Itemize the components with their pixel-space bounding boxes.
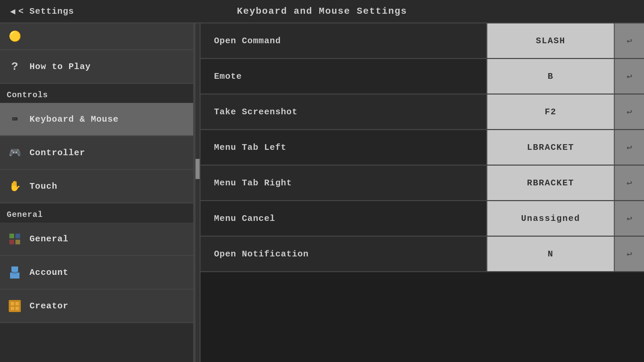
svg-rect-11 bbox=[15, 307, 19, 310]
sidebar-scrollbar[interactable] bbox=[195, 23, 201, 362]
settings-row: Take ScreenshotF2↩ bbox=[201, 95, 644, 130]
setting-label: Menu Cancel bbox=[201, 201, 486, 236]
back-label: < Settings bbox=[18, 6, 74, 16]
setting-value[interactable]: N bbox=[486, 237, 614, 271]
settings-row: Menu Tab RightRBRACKET↩ bbox=[201, 166, 644, 201]
account-icon bbox=[7, 264, 23, 281]
sidebar-scrollbar-thumb bbox=[196, 159, 200, 179]
settings-row: Menu CancelUnassigned↩ bbox=[201, 201, 644, 237]
sidebar-item-general[interactable]: General bbox=[0, 223, 193, 256]
main-layout: 🟡 ? How to Play Controls ⌨️ Keyboard & M… bbox=[0, 23, 644, 362]
creator-icon bbox=[7, 298, 23, 314]
sidebar-item-controller[interactable]: 🎮 Controller bbox=[0, 136, 193, 170]
setting-label: Take Screenshot bbox=[201, 95, 486, 129]
settings-content: Open CommandSLASH↩EmoteB↩Take Screenshot… bbox=[201, 23, 644, 362]
keyboard-icon: ⌨️ bbox=[7, 111, 23, 127]
controller-icon: 🎮 bbox=[7, 145, 23, 161]
setting-value[interactable]: B bbox=[486, 59, 614, 94]
svg-rect-3 bbox=[15, 240, 20, 244]
setting-value[interactable]: F2 bbox=[486, 95, 614, 129]
svg-rect-1 bbox=[15, 234, 20, 238]
sidebar-item-label-account: Account bbox=[30, 267, 68, 278]
page-title: Keyboard and Mouse Settings bbox=[237, 6, 407, 16]
setting-label: Menu Tab Left bbox=[201, 130, 486, 165]
sidebar-item-label-creator: Creator bbox=[30, 301, 68, 311]
svg-rect-8 bbox=[11, 302, 14, 305]
sidebar-item-account[interactable]: Account bbox=[0, 256, 193, 290]
sidebar-item-label-touch: Touch bbox=[30, 181, 57, 191]
setting-value[interactable]: SLASH bbox=[486, 23, 614, 58]
question-icon: ? bbox=[7, 59, 23, 75]
back-icon: ◀ bbox=[10, 6, 16, 17]
header: ◀ < Settings Keyboard and Mouse Settings bbox=[0, 0, 644, 23]
reset-button[interactable]: ↩ bbox=[614, 166, 644, 200]
sidebar-item-creator[interactable]: Creator bbox=[0, 290, 193, 323]
setting-value[interactable]: RBRACKET bbox=[486, 166, 614, 200]
top-icon: 🟡 bbox=[7, 28, 23, 45]
general-icon bbox=[7, 231, 23, 247]
svg-rect-9 bbox=[15, 302, 19, 305]
settings-row: Menu Tab LeftLBRACKET↩ bbox=[201, 130, 644, 166]
setting-value[interactable]: Unassigned bbox=[486, 201, 614, 236]
reset-button[interactable]: ↩ bbox=[614, 201, 644, 236]
settings-row: EmoteB↩ bbox=[201, 59, 644, 95]
svg-rect-2 bbox=[9, 240, 14, 244]
setting-label: Open Notification bbox=[201, 237, 486, 271]
reset-button[interactable]: ↩ bbox=[614, 23, 644, 58]
reset-button[interactable]: ↩ bbox=[614, 95, 644, 129]
sidebar-item-label-how-to-play: How to Play bbox=[30, 62, 91, 72]
sidebar-item-label-controller: Controller bbox=[30, 148, 85, 158]
sidebar-top-item: 🟡 bbox=[0, 23, 193, 50]
touch-icon: ✋ bbox=[7, 178, 23, 194]
setting-value[interactable]: LBRACKET bbox=[486, 130, 614, 165]
sidebar: 🟡 ? How to Play Controls ⌨️ Keyboard & M… bbox=[0, 23, 195, 362]
settings-row: Open CommandSLASH↩ bbox=[201, 23, 644, 59]
sidebar-item-label-general: General bbox=[30, 234, 68, 244]
svg-rect-10 bbox=[11, 307, 14, 310]
svg-rect-0 bbox=[9, 234, 14, 238]
settings-rows: Open CommandSLASH↩EmoteB↩Take Screenshot… bbox=[201, 23, 644, 272]
setting-label: Menu Tab Right bbox=[201, 166, 486, 200]
sidebar-item-keyboard-mouse[interactable]: ⌨️ Keyboard & Mouse bbox=[0, 103, 193, 136]
svg-rect-6 bbox=[13, 272, 17, 274]
reset-button[interactable]: ↩ bbox=[614, 59, 644, 94]
sidebar-item-how-to-play[interactable]: ? How to Play bbox=[0, 50, 193, 84]
sidebar-item-touch[interactable]: ✋ Touch bbox=[0, 170, 193, 203]
controls-section-label: Controls bbox=[0, 84, 193, 103]
settings-row: Open NotificationN↩ bbox=[201, 237, 644, 272]
sidebar-item-label-keyboard-mouse: Keyboard & Mouse bbox=[30, 114, 119, 124]
general-section-label: General bbox=[0, 203, 193, 223]
setting-label: Open Command bbox=[201, 23, 486, 58]
back-button[interactable]: ◀ < Settings bbox=[10, 6, 74, 17]
reset-button[interactable]: ↩ bbox=[614, 130, 644, 165]
svg-rect-7 bbox=[9, 300, 21, 312]
reset-button[interactable]: ↩ bbox=[614, 237, 644, 271]
svg-rect-4 bbox=[11, 266, 18, 272]
setting-label: Emote bbox=[201, 59, 486, 94]
